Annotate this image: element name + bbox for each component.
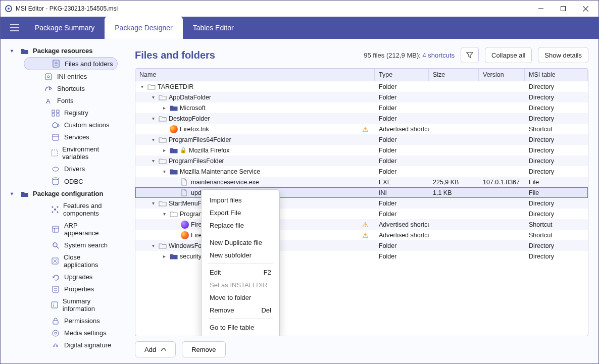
- menu-edit[interactable]: EditF2: [204, 266, 277, 279]
- tab-tables-editor[interactable]: Tables Editor: [183, 17, 244, 39]
- sidebar-item-fonts[interactable]: AFonts: [34, 95, 118, 107]
- sidebar-item-services[interactable]: Services: [24, 131, 118, 143]
- cell-msi-table: Directory: [525, 200, 588, 207]
- env-icon: [51, 149, 58, 157]
- expand-icon[interactable]: ▸: [161, 253, 168, 259]
- collapse-icon[interactable]: ▾: [149, 158, 157, 164]
- svg-rect-16: [52, 110, 55, 113]
- expand-icon: ▸: [172, 179, 179, 185]
- minimize-button[interactable]: [530, 1, 552, 17]
- sidebar-group-label: Package configuration: [33, 190, 103, 197]
- app-window: MSI Editor - PKG-230213-154505.msi Packa…: [0, 0, 599, 364]
- maximize-button[interactable]: [552, 1, 574, 17]
- cell-type: Folder: [375, 253, 429, 260]
- add-button[interactable]: Add: [135, 341, 176, 357]
- sidebar-item-registry[interactable]: Registry: [24, 107, 118, 119]
- table-row[interactable]: ▸🔒Mozilla FirefoxFolderDirectory: [135, 145, 588, 155]
- menu-new-subfolder[interactable]: New subfolder: [204, 249, 277, 262]
- main-header: Files and folders 95 files (212,9 MB); 4…: [135, 47, 588, 63]
- menu-export-file[interactable]: Export File: [204, 206, 277, 219]
- collapse-icon[interactable]: ▾: [149, 137, 157, 142]
- collapse-icon[interactable]: ▾: [149, 243, 157, 248]
- folder-icon: [159, 94, 167, 100]
- tab-package-summary[interactable]: Package Summary: [25, 17, 105, 39]
- cell-name: ▸Microsoft: [135, 105, 375, 112]
- show-details-button[interactable]: Show details: [538, 47, 588, 63]
- sidebar-item-ini[interactable]: INI entries: [34, 71, 118, 82]
- row-name-label: AppDataFolder: [169, 94, 211, 101]
- table-row[interactable]: ▸MicrosoftFolderDirectory: [135, 102, 588, 113]
- collapse-icon[interactable]: ▾: [149, 94, 157, 100]
- table-row[interactable]: ▸maintenanceservice.exeEXE225,9 KB107.0.…: [135, 177, 588, 187]
- sidebar-item-files[interactable]: Files and folders: [24, 57, 118, 70]
- menu-remove[interactable]: RemoveDel: [204, 304, 277, 317]
- collapse-icon[interactable]: ▾: [161, 211, 168, 217]
- svg-rect-13: [45, 74, 52, 80]
- cell-type: Folder: [375, 105, 429, 112]
- sidebar-item-upgrades[interactable]: Upgrades: [24, 271, 118, 283]
- collapse-all-button[interactable]: Collapse all: [485, 47, 532, 63]
- menu-button[interactable]: [5, 17, 25, 39]
- folder-icon: [170, 147, 178, 153]
- sidebar-item-sig[interactable]: Digital signature: [24, 339, 118, 351]
- sidebar-item-drivers[interactable]: Drivers: [24, 163, 118, 175]
- collapse-icon[interactable]: ▾: [149, 200, 157, 206]
- table-row[interactable]: ▾DesktopFolderFolderDirectory: [135, 113, 588, 124]
- sidebar-item-summary[interactable]: iSummary information: [24, 295, 118, 315]
- collapse-icon[interactable]: ▾: [138, 84, 145, 89]
- cell-msi-table: Directory: [525, 147, 588, 154]
- menu-goto-file-table[interactable]: Go to File table: [204, 321, 277, 334]
- sidebar-item-perms[interactable]: Permissions: [24, 315, 118, 327]
- sidebar-item-features[interactable]: Features and components: [24, 200, 118, 219]
- cell-type: Folder: [375, 242, 429, 249]
- sidebar-item-search[interactable]: System search: [24, 239, 118, 251]
- window-title: MSI Editor - PKG-230213-154505.msi: [16, 5, 530, 12]
- menu-import-files[interactable]: Import files: [204, 194, 277, 206]
- menu-set-installdir: Set as INSTALLDIR: [204, 279, 277, 291]
- expand-icon: ▸: [172, 190, 179, 195]
- cell-name: ▾Mozilla Maintenance Service: [135, 168, 375, 175]
- cell-msi-table: Directory: [525, 242, 588, 249]
- tab-package-designer[interactable]: Package Designer: [105, 17, 182, 39]
- table-row[interactable]: ▾AppDataFolderFolderDirectory: [135, 92, 588, 102]
- collapse-icon[interactable]: ▾: [149, 116, 157, 121]
- col-size[interactable]: Size: [429, 69, 479, 81]
- remove-button[interactable]: Remove: [182, 341, 225, 357]
- odbc-icon: [51, 177, 60, 185]
- menu-replace-file[interactable]: Replace file: [204, 219, 277, 232]
- sidebar-item-arp[interactable]: ARP appearance: [24, 220, 118, 239]
- svg-point-14: [47, 76, 49, 78]
- menu-new-duplicate[interactable]: New Duplicate file: [204, 236, 277, 249]
- cell-msi-table: Directory: [525, 115, 588, 122]
- table-row[interactable]: ▾TARGETDIRFolderDirectory: [135, 81, 588, 92]
- table-row[interactable]: ▾ProgramFilesFolderFolderDirectory: [135, 155, 588, 166]
- sidebar-item-close[interactable]: Close applications: [24, 251, 118, 271]
- sidebar-item-label: ODBC: [64, 178, 83, 185]
- sidebar-item-env[interactable]: Environment variables: [24, 143, 118, 163]
- expand-icon[interactable]: ▸: [161, 147, 168, 153]
- menu-move-to-folder[interactable]: Move to folder: [204, 291, 277, 304]
- sidebar-group-config[interactable]: ▾ Package configuration: [1, 188, 123, 199]
- sidebar-item-odbc[interactable]: ODBC: [24, 175, 118, 187]
- table-row[interactable]: ▾Mozilla Maintenance ServiceFolderDirect…: [135, 166, 588, 177]
- close-button[interactable]: [574, 1, 596, 17]
- table-row[interactable]: ▸Firefox.lnk⚠Advertised shortcutShortcut: [135, 124, 588, 134]
- sidebar-group-resources[interactable]: ▾ Package resources: [1, 45, 123, 57]
- col-msi-table[interactable]: MSI table: [525, 69, 588, 81]
- filter-button[interactable]: [461, 47, 479, 63]
- table-row[interactable]: ▾ProgramFiles64FolderFolderDirectory: [135, 134, 588, 145]
- sidebar-item-props[interactable]: Properties: [24, 283, 118, 295]
- cell-type: Folder: [375, 147, 429, 154]
- col-type[interactable]: Type: [375, 69, 429, 81]
- shortcuts-link[interactable]: 4 shortcuts: [422, 51, 455, 59]
- sidebar-item-media[interactable]: Media settings: [24, 327, 118, 339]
- media-icon: [51, 330, 60, 337]
- drivers-icon: [51, 166, 60, 172]
- sidebar-item-shortcuts[interactable]: Shortcuts: [34, 83, 118, 94]
- expand-icon[interactable]: ▸: [161, 105, 168, 111]
- col-name[interactable]: Name: [135, 69, 375, 81]
- col-version[interactable]: Version: [479, 69, 525, 81]
- collapse-icon[interactable]: ▾: [161, 169, 168, 174]
- table-header: Name Type Size Version MSI table: [135, 69, 588, 81]
- sidebar-item-custom[interactable]: Custom actions: [24, 119, 118, 131]
